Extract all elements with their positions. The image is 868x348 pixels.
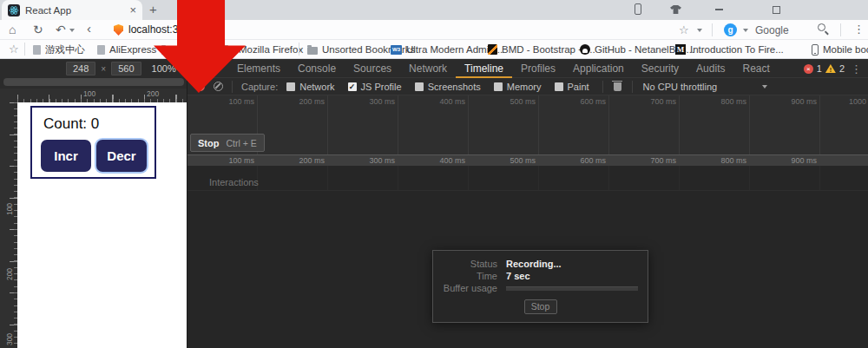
error-icon[interactable]: × (804, 64, 813, 74)
devtools-tab-bar: Elements Console Sources Network Timelin… (187, 59, 868, 78)
timeline-toolbar: Capture: Network JS Profile Screenshots … (187, 78, 868, 95)
medium-icon: M (675, 44, 686, 55)
search-engine-label: Google (755, 24, 789, 36)
tab-react[interactable]: React (733, 59, 778, 78)
buffer-usage-bar (506, 286, 638, 291)
phone-mode-icon[interactable] (635, 3, 641, 15)
tooltip-shortcut: Ctrl + E (226, 138, 256, 148)
divider (299, 43, 299, 56)
gridline (679, 95, 680, 154)
record-button-tooltip: Stop Ctrl + E (190, 134, 265, 152)
ruler-tick-label: 400 ms (417, 97, 465, 106)
time-value: 7 sec (506, 271, 530, 281)
ruler-label: 200 (147, 89, 159, 98)
ruler-tick-label: 500 ms (487, 97, 536, 106)
divider (840, 23, 841, 36)
bookmark-item[interactable]: 游戏中心 (33, 43, 85, 56)
ruler-corner (0, 89, 17, 102)
security-shield-icon[interactable] (114, 24, 123, 36)
bookmark-caret-icon[interactable] (697, 29, 702, 32)
devtools-menu-icon[interactable]: ⋮ (851, 62, 862, 76)
cpu-throttling-select[interactable]: No CPU throttling (643, 82, 718, 92)
home-icon[interactable]: ⌂ (9, 23, 16, 36)
undo-history-icon[interactable]: ↶ (56, 23, 66, 36)
gridline (608, 95, 609, 154)
capture-label: Capture: (241, 82, 278, 92)
ruler-label: 100 (83, 89, 95, 98)
navigation-bar: ⌂ ↻ ↶ ‹ localhost:3000 ☆ g Google ⋮ (0, 20, 868, 40)
ruler-tick-label: 200 ms (276, 97, 325, 106)
clear-icon[interactable] (214, 82, 223, 91)
bmd-icon (488, 44, 497, 55)
bookmark-item[interactable]: Mobile bookm (812, 43, 868, 56)
ruler-tick-label: 1000 ms (838, 97, 868, 106)
search-icon[interactable] (818, 23, 825, 31)
throttling-caret-icon[interactable] (762, 85, 767, 89)
history-caret-icon[interactable] (69, 29, 75, 32)
browser-menu-icon[interactable]: ⋮ (853, 23, 865, 36)
checkbox-memory[interactable]: Memory (494, 82, 542, 92)
tab-timeline[interactable]: Timeline (456, 59, 512, 78)
search-engine-caret-icon[interactable] (743, 29, 748, 32)
tab-application[interactable]: Application (564, 59, 633, 78)
device-width-input[interactable]: 248 (66, 62, 95, 76)
gridline (398, 95, 398, 154)
bookmark-item[interactable]: MIntroduction To Fire... (675, 43, 784, 56)
tab-close-icon[interactable]: × (129, 3, 136, 16)
tab-sources[interactable]: Sources (345, 59, 400, 78)
ruler-tick-label: 300 ms (346, 97, 395, 106)
interactions-track-label: Interactions (209, 177, 259, 187)
bookmark-item[interactable]: AliExpress (97, 43, 156, 56)
skin-icon[interactable] (670, 5, 681, 14)
devtools-panel: Elements Console Sources Network Timelin… (187, 59, 868, 348)
gridline (819, 95, 820, 154)
tab-profiles[interactable]: Profiles (512, 59, 564, 78)
mobile-icon (812, 44, 819, 56)
folder-icon (307, 47, 318, 55)
back-chevron-icon[interactable]: ‹ (87, 22, 91, 36)
incr-button[interactable]: Incr (41, 140, 91, 172)
browser-tab-react-app[interactable]: React App × (2, 0, 142, 20)
ruler-tick-label: 900 ms (768, 97, 817, 106)
decr-button[interactable]: Decr (96, 140, 147, 172)
bookmark-item[interactable]: W3Ultra Modern Admin... (391, 43, 503, 56)
gridline (749, 95, 750, 154)
timeline-overview[interactable]: 100 ms 200 ms 300 ms 400 ms 500 ms 600 m… (187, 95, 868, 154)
restore-button[interactable] (773, 6, 780, 14)
minimize-button[interactable] (715, 9, 723, 10)
bookmarks-bar: ☆ 游戏中心 AliExpress Book Mozilla Firefox U… (0, 40, 868, 59)
bookmarks-star-icon[interactable]: ☆ (9, 43, 19, 56)
page-icon (97, 45, 105, 55)
checkbox-network[interactable]: Network (286, 82, 334, 92)
checkbox-js-profile[interactable]: JS Profile (348, 82, 402, 92)
timeline-mini-ruler[interactable]: 100 ms 200 ms 300 ms 400 ms 500 ms 600 m… (187, 154, 868, 166)
gridline (327, 95, 328, 154)
trash-icon[interactable] (614, 82, 621, 91)
bookmark-star-icon[interactable]: ☆ (679, 23, 689, 36)
ruler-tick-label: 400 ms (417, 156, 465, 165)
tab-network[interactable]: Network (400, 59, 456, 78)
divider (24, 43, 25, 56)
tab-security[interactable]: Security (633, 59, 687, 78)
buffer-usage-label: Buffer usage (433, 283, 506, 293)
status-value: Recording... (506, 259, 562, 269)
tab-audits[interactable]: Audits (687, 59, 733, 78)
device-height-input[interactable]: 560 (111, 62, 141, 76)
search-engine-icon[interactable]: g (724, 23, 737, 36)
track-separator (187, 190, 868, 191)
dialog-stop-button[interactable]: Stop (524, 299, 557, 314)
checkbox-screenshots[interactable]: Screenshots (415, 82, 481, 92)
divider (712, 23, 713, 36)
page-icon (33, 45, 41, 55)
new-tab-button[interactable]: + (149, 2, 157, 16)
tab-elements[interactable]: Elements (228, 59, 289, 78)
checkbox-paint[interactable]: Paint (555, 82, 589, 92)
divider (232, 81, 233, 93)
time-label: Time (433, 271, 506, 281)
device-scrollbar[interactable] (3, 78, 184, 86)
checkbox-icon (286, 82, 295, 91)
reload-icon[interactable]: ↻ (33, 23, 43, 36)
page-viewport: Count: 0 Incr Decr (17, 102, 187, 348)
tab-console[interactable]: Console (289, 59, 345, 78)
warning-icon[interactable]: ! (825, 64, 836, 73)
